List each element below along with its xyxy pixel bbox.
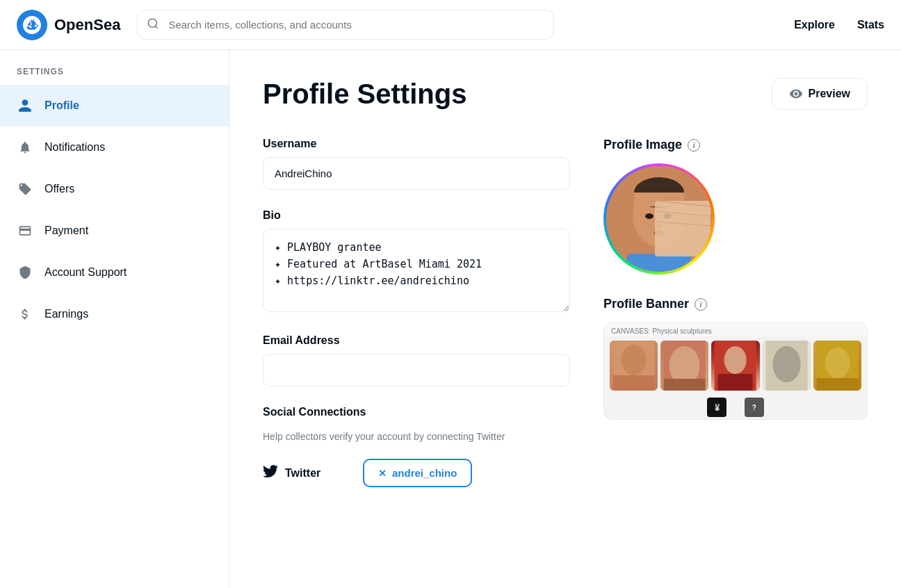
form-section: Username Bio ✦ PLAYBOY grantee ✦ Feature… xyxy=(263,138,570,487)
sidebar-label-notifications: Notifications xyxy=(44,141,105,154)
twitter-label: Twitter xyxy=(285,467,320,480)
twitter-connected-button[interactable]: ✕ andrei_chino xyxy=(363,459,472,487)
profile-avatar-ring[interactable] xyxy=(603,163,715,275)
sidebar-label-account-support: Account Support xyxy=(44,266,127,279)
sidebar-item-profile[interactable]: Profile xyxy=(0,85,229,126)
profile-banner-label: Profile Banner xyxy=(603,297,689,311)
svg-point-0 xyxy=(149,19,157,27)
svg-point-22 xyxy=(724,346,747,374)
profile-banner-info-icon[interactable]: i xyxy=(695,298,707,311)
dollar-icon xyxy=(17,306,33,322)
eye-icon xyxy=(789,87,803,101)
svg-rect-29 xyxy=(816,378,858,391)
twitter-disconnect-icon: ✕ xyxy=(378,468,387,479)
nav: Explore Stats xyxy=(794,19,884,31)
badge-playboy: 🐰 Grant winner xyxy=(701,398,733,420)
main-content: Profile Settings Preview Username Bio ✦ … xyxy=(229,50,901,588)
username-label: Username xyxy=(263,138,570,150)
nav-explore[interactable]: Explore xyxy=(794,19,835,31)
layout: Settings Profile Notifications xyxy=(0,50,901,588)
person-icon xyxy=(17,97,33,114)
banner-top-text: CANVASES: Physical sculptures xyxy=(604,323,867,336)
svg-point-25 xyxy=(772,346,800,382)
logo-text: OpenSea xyxy=(54,16,120,34)
twitter-label-group: Twitter xyxy=(263,464,346,482)
tag-icon xyxy=(17,181,33,197)
banner-images xyxy=(604,336,867,395)
sidebar-label-payment: Payment xyxy=(44,224,88,237)
username-input[interactable] xyxy=(263,157,570,190)
content-grid: Username Bio ✦ PLAYBOY grantee ✦ Feature… xyxy=(263,138,868,487)
page-header: Profile Settings Preview xyxy=(263,78,868,110)
twitter-icon xyxy=(263,464,278,482)
page-title: Profile Settings xyxy=(263,79,466,110)
nav-stats[interactable]: Stats xyxy=(857,19,884,31)
sidebar-item-account-support[interactable]: Account Support xyxy=(0,252,229,293)
second-badge-icon: ? xyxy=(745,398,764,417)
email-input[interactable] xyxy=(263,354,570,386)
banner-thumb-4 xyxy=(763,341,811,391)
search-bar xyxy=(137,10,554,40)
playboy-badge-icon: 🐰 xyxy=(707,398,727,417)
svg-rect-20 xyxy=(664,379,706,391)
badge-second: ? Grant winner xyxy=(738,398,770,420)
profile-banner-section: Profile Banner i CANVASES: Physical scul… xyxy=(603,297,868,420)
twitter-row: Twitter ✕ andrei_chino xyxy=(263,459,570,487)
svg-rect-11 xyxy=(655,201,711,256)
profile-avatar-image xyxy=(606,166,712,272)
sidebar-item-offers[interactable]: Offers xyxy=(0,168,229,210)
sidebar-section-label: Settings xyxy=(0,67,229,85)
profile-image-section: Profile Image i xyxy=(603,138,868,275)
header: OpenSea Explore Stats xyxy=(0,0,901,50)
svg-point-16 xyxy=(622,345,647,375)
profile-image-info-icon[interactable]: i xyxy=(688,139,700,152)
bio-textarea[interactable]: ✦ PLAYBOY grantee ✦ Featured at ArtBasel… xyxy=(263,229,570,312)
card-icon xyxy=(17,222,33,239)
bell-icon xyxy=(17,139,33,156)
profile-image-title: Profile Image i xyxy=(603,138,868,152)
logo[interactable]: OpenSea xyxy=(17,10,120,40)
banner-thumb-2 xyxy=(660,341,708,391)
bio-field-group: Bio ✦ PLAYBOY grantee ✦ Featured at ArtB… xyxy=(263,209,570,315)
sidebar-item-notifications[interactable]: Notifications xyxy=(0,126,229,168)
banner-thumb-3 xyxy=(711,341,759,391)
sidebar-label-earnings: Earnings xyxy=(44,308,88,320)
bio-label: Bio xyxy=(263,209,570,222)
svg-point-6 xyxy=(645,213,654,219)
svg-point-28 xyxy=(825,348,850,378)
email-label: Email Address xyxy=(263,334,570,347)
sidebar-item-payment[interactable]: Payment xyxy=(0,210,229,252)
email-field-group: Email Address xyxy=(263,334,570,386)
preview-label: Preview xyxy=(809,88,850,100)
badge2-text: Grant winner xyxy=(738,418,770,420)
shield-icon xyxy=(17,264,33,281)
svg-rect-17 xyxy=(613,375,655,391)
profile-image-wrap xyxy=(603,163,868,275)
right-column: Profile Image i xyxy=(603,138,868,487)
svg-rect-23 xyxy=(718,374,753,391)
sidebar: Settings Profile Notifications xyxy=(0,50,229,588)
profile-banner-title: Profile Banner i xyxy=(603,297,868,311)
banner-thumb-5 xyxy=(813,341,861,391)
search-input[interactable] xyxy=(137,10,554,40)
social-description: Help collectors verify your account by c… xyxy=(263,431,570,442)
badge1-text: Grant winner xyxy=(701,418,733,420)
opensea-logo-icon xyxy=(17,10,47,40)
sidebar-label-offers: Offers xyxy=(44,183,74,195)
banner-thumb-1 xyxy=(610,341,658,391)
username-field-group: Username xyxy=(263,138,570,190)
sidebar-item-earnings[interactable]: Earnings xyxy=(0,293,229,335)
social-connections-section: Social Connections Help collectors verif… xyxy=(263,406,570,487)
social-label: Social Connections xyxy=(263,406,570,418)
twitter-handle: andrei_chino xyxy=(392,467,457,479)
search-icon xyxy=(147,17,159,33)
profile-image-label: Profile Image xyxy=(603,138,682,152)
preview-button[interactable]: Preview xyxy=(772,78,868,110)
banner-bottom: 🐰 Grant winner ? Grant winner xyxy=(604,395,867,420)
banner-preview[interactable]: CANVASES: Physical sculptures xyxy=(603,322,868,420)
svg-line-1 xyxy=(156,26,158,28)
sidebar-label-profile: Profile xyxy=(44,99,79,112)
